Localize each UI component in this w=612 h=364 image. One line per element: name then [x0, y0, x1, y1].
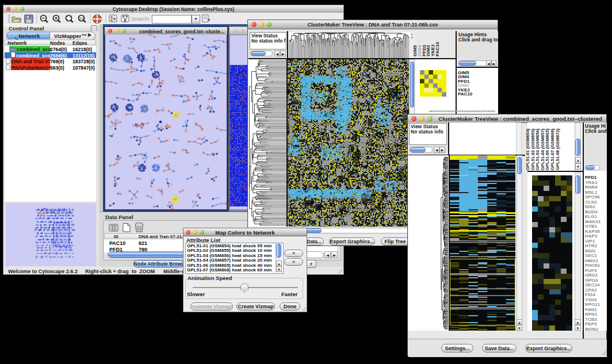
- svg-text:1:1: 1:1: [79, 17, 83, 20]
